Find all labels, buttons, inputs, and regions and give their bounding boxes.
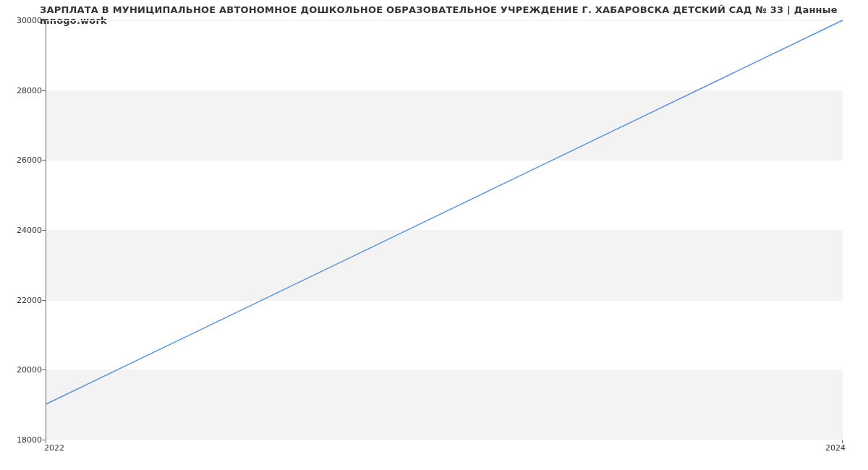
y-axis-label: 20000 <box>6 365 42 375</box>
data-line <box>46 20 843 439</box>
y-axis-label: 18000 <box>6 435 42 445</box>
y-axis-label: 28000 <box>6 86 42 95</box>
y-axis-label: 30000 <box>6 16 42 25</box>
salary-line-chart: ЗАРПЛАТА В МУНИЦИПАЛЬНОЕ АВТОНОМНОЕ ДОШК… <box>0 0 868 470</box>
plot-area <box>46 20 843 440</box>
y-axis-label: 22000 <box>6 296 42 305</box>
x-axis-label: 2022 <box>44 443 64 453</box>
x-axis-label: 2024 <box>825 443 846 453</box>
svg-line-0 <box>46 20 843 404</box>
y-axis-label: 26000 <box>6 155 42 165</box>
y-axis-label: 24000 <box>6 226 42 235</box>
